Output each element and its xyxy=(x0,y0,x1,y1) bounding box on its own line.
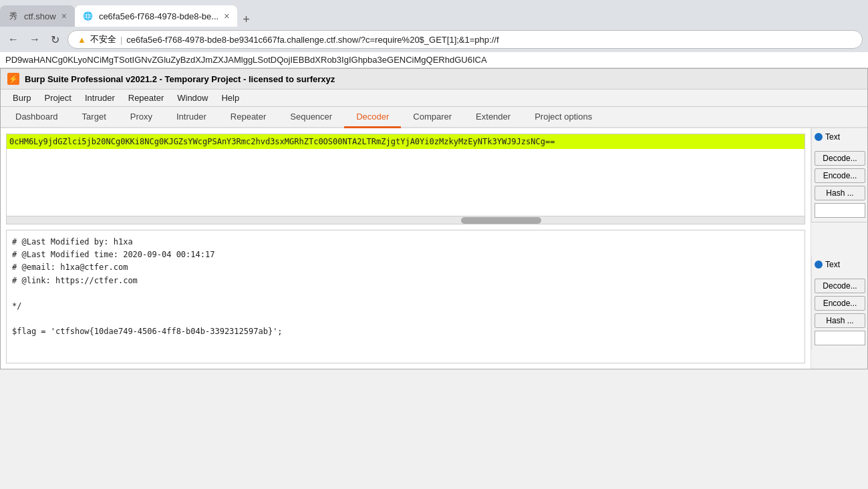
top-scrollbar-thumb[interactable] xyxy=(461,217,541,224)
line-6: */ xyxy=(12,300,799,313)
browser-tab-challenge[interactable]: 🌐 ce6fa5e6-f768-4978-bde8-be... × xyxy=(75,5,237,27)
bottom-radio-label: Text xyxy=(825,260,840,269)
tab-target[interactable]: Target xyxy=(70,107,118,128)
burp-window: ⚡ Burp Suite Professional v2021.2 - Temp… xyxy=(0,68,868,369)
tab-label-2: ce6fa5e6-f768-4978-bde8-be... xyxy=(99,11,219,21)
menu-project[interactable]: Project xyxy=(37,91,78,105)
menu-burp[interactable]: Burp xyxy=(6,91,37,105)
tab-sequencer[interactable]: Sequencer xyxy=(278,107,344,128)
top-encode-btn[interactable]: Encode... xyxy=(815,168,865,183)
top-hash-btn[interactable]: Hash ... xyxy=(815,186,865,200)
security-text: 不安全 xyxy=(90,33,116,45)
top-panel-empty-area xyxy=(7,149,805,216)
security-warning-icon: ▲ xyxy=(78,35,86,45)
tab-bar: 秀 ctf.show × 🌐 ce6fa5e6-f768-4978-bde8-b… xyxy=(0,0,868,27)
burp-title: Burp Suite Professional v2021.2 - Tempor… xyxy=(25,74,335,84)
top-decode-panel: 0cHM6Ly9jdGZlci5jb20NCg0KKi8NCg0KJGZsYWc… xyxy=(6,134,805,224)
tab-favicon-1: 秀 xyxy=(8,11,19,21)
bottom-text-radio[interactable]: Text xyxy=(815,260,865,269)
menu-intruder[interactable]: Intruder xyxy=(78,91,122,105)
top-sidebar-input[interactable] xyxy=(815,203,865,218)
line-2: # @Last Modified time: 2020-09-04 00:14:… xyxy=(12,249,799,261)
tab-decoder[interactable]: Decoder xyxy=(344,107,401,128)
tab-project-options[interactable]: Project options xyxy=(523,107,604,128)
browser-tab-ctfshow[interactable]: 秀 ctf.show × xyxy=(0,5,75,27)
tab-intruder[interactable]: Intruder xyxy=(164,107,219,128)
top-radio-section: Text xyxy=(815,132,865,144)
address-bar[interactable]: ▲ 不安全 | ce6fa5e6-f768-4978-bde8-be9341c6… xyxy=(67,30,863,49)
tab-favicon-2: 🌐 xyxy=(83,11,94,21)
tab-extender[interactable]: Extender xyxy=(464,107,523,128)
tab-close-2[interactable]: × xyxy=(224,11,229,21)
menu-window[interactable]: Window xyxy=(170,91,214,105)
tab-comparer[interactable]: Comparer xyxy=(401,107,464,128)
line-4: # @link: https://ctfer.com xyxy=(12,275,799,287)
line-8: $flag = 'ctfshow{10dae749-4506-4ff8-b04b… xyxy=(12,325,799,338)
decoder-sidebar: Text Decode... Encode... Hash ... Text D… xyxy=(811,128,867,369)
browser-chrome: 秀 ctf.show × 🌐 ce6fa5e6-f768-4978-bde8-b… xyxy=(0,0,868,52)
decoder-area: 0cHM6Ly9jdGZlci5jb20NCg0KKi8NCg0KJGZsYWc… xyxy=(1,128,867,369)
line-7 xyxy=(12,313,799,325)
burp-logo: ⚡ xyxy=(7,73,19,85)
burp-menu-bar: Burp Project Intruder Repeater Window He… xyxy=(1,90,867,107)
tab-repeater[interactable]: Repeater xyxy=(219,107,278,128)
top-radio-dot xyxy=(815,133,823,141)
page-response-text: PD9waHANCg0KLyoNCiMgTSotIGNvZGluZyBzdXJm… xyxy=(0,52,868,68)
bottom-sidebar: Text Decode... Encode... Hash ... xyxy=(811,256,868,349)
menu-help[interactable]: Help xyxy=(214,91,246,105)
bottom-sidebar-input[interactable] xyxy=(815,331,865,345)
line-5 xyxy=(12,287,799,300)
encoded-text-line: 0cHM6Ly9jdGZlci5jb20NCg0KKi8NCg0KJGZsYWc… xyxy=(7,134,805,149)
tab-proxy[interactable]: Proxy xyxy=(118,107,164,128)
burp-title-bar: ⚡ Burp Suite Professional v2021.2 - Temp… xyxy=(1,69,867,90)
tab-dashboard[interactable]: Dashboard xyxy=(3,107,70,128)
address-bar-row: ← → ↻ ▲ 不安全 | ce6fa5e6-f768-4978-bde8-be… xyxy=(0,27,868,52)
new-tab-button[interactable]: + xyxy=(237,13,255,27)
tab-close-1[interactable]: × xyxy=(61,11,67,21)
bottom-radio-section: Text xyxy=(815,260,865,272)
top-sidebar: Text Decode... Encode... Hash ... xyxy=(811,128,868,222)
back-button[interactable]: ← xyxy=(5,31,21,48)
menu-repeater[interactable]: Repeater xyxy=(122,91,170,105)
burp-tabs: Dashboard Target Proxy Intruder Repeater… xyxy=(1,107,867,128)
reload-button[interactable]: ↻ xyxy=(48,31,62,49)
bottom-text-content: # @Last Modified by: h1xa # @Last Modifi… xyxy=(7,230,805,344)
bottom-hash-btn[interactable]: Hash ... xyxy=(815,313,865,328)
top-scrollbar[interactable] xyxy=(7,216,805,224)
tab-label-1: ctf.show xyxy=(24,11,56,21)
bottom-encode-btn[interactable]: Encode... xyxy=(815,296,865,311)
line-1: # @Last Modified by: h1xa xyxy=(12,236,799,249)
top-decode-btn[interactable]: Decode... xyxy=(815,151,865,166)
top-radio-label: Text xyxy=(825,132,840,142)
bottom-decode-btn[interactable]: Decode... xyxy=(815,279,865,293)
line-3: # @email: h1xa@ctfer.com xyxy=(12,261,799,274)
decoder-main: 0cHM6Ly9jdGZlci5jb20NCg0KKi8NCg0KJGZsYWc… xyxy=(1,128,811,369)
forward-button[interactable]: → xyxy=(27,31,43,48)
url-text: ce6fa5e6-f768-4978-bde8-be9341c667fa.cha… xyxy=(126,35,498,45)
bottom-radio-dot xyxy=(815,261,823,269)
bottom-decode-panel: # @Last Modified by: h1xa # @Last Modifi… xyxy=(6,230,805,363)
top-text-radio[interactable]: Text xyxy=(815,132,865,142)
address-separator: | xyxy=(120,35,122,45)
